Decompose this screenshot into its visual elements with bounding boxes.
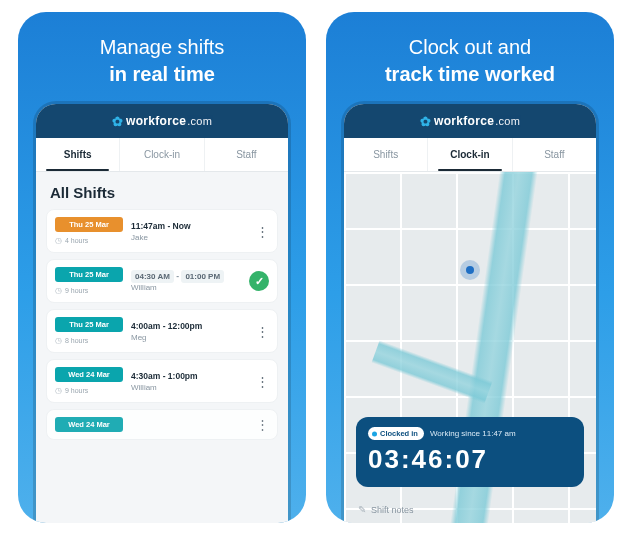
hours-label: ◷4 hours bbox=[55, 236, 123, 245]
marketing-heading-right: Clock out and track time worked bbox=[385, 34, 555, 88]
marketing-line1: Manage shifts bbox=[100, 34, 225, 61]
hours-label: ◷9 hours bbox=[55, 386, 123, 395]
marketing-heading-left: Manage shifts in real time bbox=[100, 34, 225, 88]
kebab-icon[interactable]: ⋮ bbox=[255, 375, 269, 388]
person-name: William bbox=[131, 283, 241, 292]
status-pill: Clocked in bbox=[368, 427, 424, 440]
date-badge: Thu 25 Mar bbox=[55, 317, 123, 332]
shift-list[interactable]: Thu 25 Mar ◷4 hours 11:47am - Now Jake ⋮… bbox=[36, 209, 288, 450]
map-area[interactable]: Clocked in Working since 11:47 am 03:46:… bbox=[344, 172, 596, 523]
tab-bar: Shifts Clock-in Staff bbox=[344, 138, 596, 172]
tab-shifts[interactable]: Shifts bbox=[344, 138, 428, 171]
clock-icon: ◷ bbox=[55, 386, 62, 395]
brand-name: workforce bbox=[126, 114, 186, 128]
phone-mock-right: ✿ workforce .com Shifts Clock-in Staff C… bbox=[344, 104, 596, 523]
tab-staff[interactable]: Staff bbox=[205, 138, 288, 171]
shift-row[interactable]: Thu 25 Mar ◷4 hours 11:47am - Now Jake ⋮ bbox=[46, 209, 278, 253]
brand-name: workforce bbox=[434, 114, 494, 128]
brand-suffix: .com bbox=[187, 115, 212, 127]
shift-row[interactable]: Thu 25 Mar ◷9 hours 04:30 AM - 01:00 PM … bbox=[46, 259, 278, 303]
date-badge: Wed 24 Mar bbox=[55, 417, 123, 432]
kebab-icon[interactable]: ⋮ bbox=[255, 418, 269, 431]
shift-notes-button[interactable]: ✎ Shift notes bbox=[358, 504, 414, 515]
shift-row[interactable]: Thu 25 Mar ◷8 hours 4:00am - 12:00pm Meg… bbox=[46, 309, 278, 353]
timer-value: 03:46:07 bbox=[368, 444, 572, 475]
promo-card-left: Manage shifts in real time ✿ workforce .… bbox=[18, 12, 306, 523]
tab-clockin[interactable]: Clock-in bbox=[428, 138, 512, 171]
kebab-icon[interactable]: ⋮ bbox=[255, 325, 269, 338]
brand-suffix: .com bbox=[495, 115, 520, 127]
person-name: William bbox=[131, 383, 247, 392]
shift-row[interactable]: Wed 24 Mar ◷9 hours 4:30am - 1:00pm Will… bbox=[46, 359, 278, 403]
date-badge: Thu 25 Mar bbox=[55, 267, 123, 282]
person-name: Jake bbox=[131, 233, 247, 242]
marketing-line2: in real time bbox=[100, 61, 225, 88]
tab-bar: Shifts Clock-in Staff bbox=[36, 138, 288, 172]
date-badge: Thu 25 Mar bbox=[55, 217, 123, 232]
promo-card-right: Clock out and track time worked ✿ workfo… bbox=[326, 12, 614, 523]
time-range: 4:00am - 12:00pm bbox=[131, 321, 247, 331]
section-title: All Shifts bbox=[36, 172, 288, 209]
hours-label: ◷8 hours bbox=[55, 336, 123, 345]
time-range: 04:30 AM - 01:00 PM bbox=[131, 271, 241, 281]
brand-bar: ✿ workforce .com bbox=[36, 104, 288, 138]
marketing-line2: track time worked bbox=[385, 61, 555, 88]
working-since-label: Working since 11:47 am bbox=[430, 429, 516, 438]
timer-card[interactable]: Clocked in Working since 11:47 am 03:46:… bbox=[356, 417, 584, 487]
tab-clockin[interactable]: Clock-in bbox=[120, 138, 204, 171]
tab-shifts[interactable]: Shifts bbox=[36, 138, 120, 171]
marketing-line1: Clock out and bbox=[385, 34, 555, 61]
time-range: 4:30am - 1:00pm bbox=[131, 371, 247, 381]
date-badge: Wed 24 Mar bbox=[55, 367, 123, 382]
hours-label: ◷9 hours bbox=[55, 286, 123, 295]
brand-glyph-icon: ✿ bbox=[420, 114, 431, 129]
check-icon[interactable]: ✓ bbox=[249, 271, 269, 291]
phone-mock-left: ✿ workforce .com Shifts Clock-in Staff A… bbox=[36, 104, 288, 523]
pencil-icon: ✎ bbox=[358, 504, 366, 515]
clock-icon: ◷ bbox=[55, 336, 62, 345]
person-name: Meg bbox=[131, 333, 247, 342]
time-range: 11:47am - Now bbox=[131, 221, 247, 231]
tab-staff[interactable]: Staff bbox=[513, 138, 596, 171]
location-pin-icon bbox=[460, 260, 480, 280]
kebab-icon[interactable]: ⋮ bbox=[255, 225, 269, 238]
brand-bar: ✿ workforce .com bbox=[344, 104, 596, 138]
brand-glyph-icon: ✿ bbox=[112, 114, 123, 129]
shift-row[interactable]: Wed 24 Mar ⋮ bbox=[46, 409, 278, 440]
clock-icon: ◷ bbox=[55, 236, 62, 245]
clock-icon: ◷ bbox=[55, 286, 62, 295]
